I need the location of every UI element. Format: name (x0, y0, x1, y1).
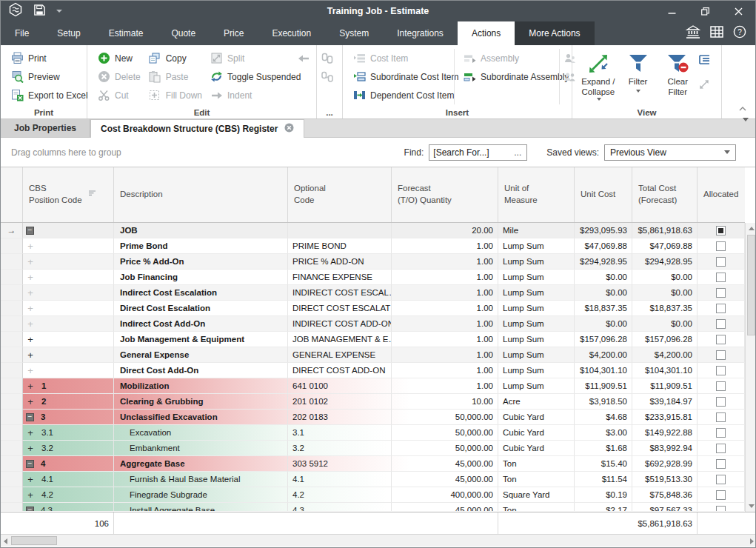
expand-collapse-button[interactable]: Expand / Collapse (578, 49, 618, 105)
filter-button[interactable]: Filter (618, 49, 658, 105)
table-row[interactable]: + 2 Clearing & Grubbing 201 0102 10.00 A… (1, 394, 745, 410)
row-expander[interactable]: + (26, 288, 35, 297)
table-row[interactable]: + Indirect Cost Escalation INDIRECT COST… (1, 285, 745, 301)
allocated-checkbox[interactable] (716, 412, 726, 422)
tab-list-dropdown-icon[interactable] (743, 121, 755, 135)
table-row[interactable]: + 3.1 Excavation 3.1 50,000.00 Cubic Yar… (1, 425, 745, 441)
table-row[interactable]: − 3 Unclassified Excavation 202 0183 50,… (1, 410, 745, 425)
allocated-checkbox[interactable] (716, 381, 726, 391)
table-row[interactable]: − 4 Aggregate Base 303 5912 45,000.00 To… (1, 456, 745, 472)
saved-views-select[interactable]: Previous View (604, 144, 736, 161)
table-row[interactable]: → − JOB 20.00 Mile $293,095.93 $5,861,91… (1, 223, 745, 238)
allocated-checkbox[interactable] (716, 428, 726, 438)
minimize-button[interactable] (655, 1, 689, 21)
row-expander[interactable]: + (26, 350, 35, 359)
row-expander[interactable]: − (26, 507, 34, 512)
header-unit-of-measure[interactable]: Unit of Measure (498, 167, 575, 222)
toggle-suspended-button[interactable]: Toggle Suspended (206, 67, 297, 86)
menu-actions[interactable]: Actions (458, 21, 515, 45)
table-row[interactable]: + Job Management & Equipment JOB MANAGEM… (1, 332, 745, 347)
tab-close-icon[interactable] (284, 123, 294, 135)
link-button[interactable] (321, 49, 338, 67)
allocated-checkbox[interactable] (716, 226, 726, 235)
table-row[interactable]: + 1 Mobilization 641 0100 1.00 Lump Sum … (1, 378, 745, 394)
search-input[interactable] (429, 147, 509, 158)
split-button[interactable]: Split (206, 49, 297, 67)
clear-filter-button[interactable]: Clear Filter (658, 49, 698, 105)
table-row[interactable]: + Job Financing FINANCE EXPENSE 1.00 Lum… (1, 270, 745, 285)
table-row[interactable]: − 4.3 Install Aggregate Base 4.3 45,000.… (1, 503, 745, 511)
resize-button[interactable] (698, 75, 717, 93)
scroll-right-icon[interactable] (750, 538, 754, 544)
row-expander[interactable]: + (26, 490, 35, 499)
assembly-button[interactable]: Assembly (459, 49, 559, 67)
scroll-down-icon[interactable] (749, 504, 755, 508)
allocated-checkbox[interactable] (716, 459, 726, 469)
save-icon[interactable] (33, 4, 46, 19)
subordinate-assembly-button[interactable]: Subordinate Assembly (459, 67, 559, 86)
outdent-button[interactable] (297, 49, 312, 67)
row-expander[interactable]: − (26, 460, 34, 468)
allocated-checkbox[interactable] (716, 475, 726, 484)
row-expander[interactable]: + (26, 428, 35, 437)
horizontal-scrollbar[interactable] (1, 534, 756, 547)
vertical-scrollbar[interactable] (745, 223, 756, 512)
close-button[interactable] (722, 1, 755, 21)
allocated-checkbox[interactable] (716, 319, 726, 329)
allocated-checkbox[interactable] (716, 366, 726, 375)
cost-item-button[interactable]: Cost Item (349, 49, 454, 67)
preview-button[interactable]: Preview (7, 67, 82, 86)
row-expander[interactable]: + (26, 381, 35, 390)
menu-system[interactable]: System (325, 21, 383, 45)
menu-execution[interactable]: Execution (258, 21, 325, 45)
row-expander[interactable]: − (26, 413, 34, 421)
collapse-ribbon-icon[interactable] (739, 101, 746, 114)
table-row[interactable]: + 3.2 Embankment 3.2 50,000.00 Cubic Yar… (1, 441, 745, 456)
find-searchbox[interactable]: ... (429, 144, 527, 161)
allocated-checkbox[interactable] (716, 444, 726, 453)
new-button[interactable]: New (93, 49, 144, 67)
table-row[interactable]: + 4.2 Finegrade Subgrade 4.2 400,000.00 … (1, 487, 745, 503)
row-expander[interactable]: + (26, 366, 35, 375)
menu-integrations[interactable]: Integrations (383, 21, 458, 45)
menu-price[interactable]: Price (210, 21, 258, 45)
fill-down-button[interactable]: Fill Down (144, 86, 206, 104)
cut-button[interactable]: Cut (93, 86, 144, 104)
allocated-checkbox[interactable] (716, 257, 726, 267)
row-expander[interactable]: + (26, 319, 35, 328)
table-row[interactable]: + Direct Cost Add-On DIRECT COST ADD-ON … (1, 363, 745, 378)
scroll-up-icon[interactable] (749, 227, 755, 230)
row-expander[interactable]: + (26, 475, 35, 484)
tab-job-properties[interactable]: Job Properties (1, 119, 90, 137)
row-expander[interactable]: + (26, 444, 35, 452)
header-unit-cost[interactable]: Unit Cost (575, 167, 632, 222)
table-row[interactable]: + Prime Bond PRIME BOND 1.00 Lump Sum $4… (1, 238, 745, 254)
row-expander[interactable]: + (26, 397, 35, 406)
header-cbs-position-code[interactable]: CBS Position Code (23, 167, 114, 222)
allocated-checkbox[interactable] (716, 490, 726, 500)
print-button[interactable]: Print (7, 49, 82, 67)
header-total-cost[interactable]: Total Cost (Forecast) (632, 167, 698, 222)
allocated-checkbox[interactable] (716, 397, 726, 407)
search-options-button[interactable]: ... (509, 147, 526, 158)
row-expander[interactable]: + (26, 304, 35, 313)
allocated-checkbox[interactable] (716, 304, 726, 313)
allocated-checkbox[interactable] (716, 241, 726, 251)
vertical-scroll-thumb[interactable] (747, 235, 755, 335)
quick-access-caret-icon[interactable] (56, 10, 62, 13)
subordinate-cost-item-button[interactable]: Subordinate Cost Item (349, 67, 454, 86)
header-optional-code[interactable]: Optional Code (288, 167, 392, 222)
table-row[interactable]: + 4.1 Furnish & Haul Base Material 4.1 4… (1, 472, 745, 487)
table-row[interactable]: + Indirect Cost Add-On INDIRECT COST ADD… (1, 316, 745, 332)
scroll-left-icon[interactable] (4, 538, 7, 544)
menu-more-actions[interactable]: More Actions (515, 21, 594, 45)
row-expander[interactable]: + (26, 335, 35, 344)
delete-button[interactable]: Delete (93, 67, 144, 86)
bank-icon[interactable] (686, 25, 700, 42)
export-to-excel-button[interactable]: Export to Excel (7, 86, 82, 104)
menu-estimate[interactable]: Estimate (95, 21, 158, 45)
header-forecast-quantity[interactable]: Forecast (T/O) Quantity (392, 167, 498, 222)
allocated-checkbox[interactable] (716, 506, 726, 512)
indent-button[interactable]: Indent (206, 86, 297, 104)
copy-button[interactable]: Copy (144, 49, 206, 67)
